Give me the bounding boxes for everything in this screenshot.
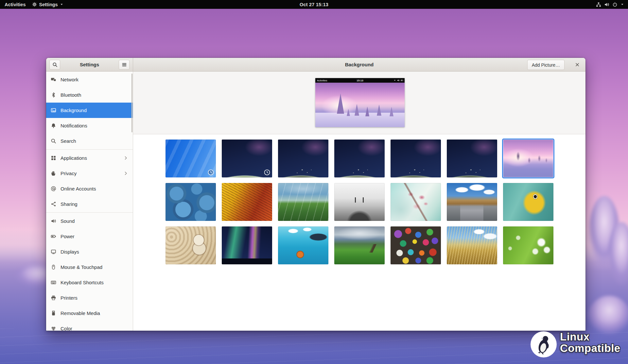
battery-icon — [51, 234, 56, 239]
sidebar-item-printers[interactable]: Printers — [46, 290, 133, 306]
sidebar-item-label: Online Accounts — [61, 186, 96, 191]
sidebar-item-label: Keyboard Shortcuts — [61, 280, 104, 285]
wallpaper-grid — [166, 140, 553, 264]
wallpaper-thumbnail-dandelions[interactable] — [503, 226, 553, 264]
activities-button[interactable]: Activities — [1, 0, 29, 9]
wallpaper-thumbnail-harbor-buoy[interactable] — [278, 226, 328, 264]
sidebar: NetworkBluetoothBackgroundNotificationsS… — [46, 72, 133, 331]
sidebar-item-label: Color — [61, 326, 72, 331]
color-icon — [51, 326, 56, 331]
sidebar-item-search[interactable]: Search — [46, 133, 133, 149]
sidebar-item-power[interactable]: Power — [46, 229, 133, 244]
at-icon — [51, 186, 56, 191]
mouse-icon — [51, 264, 56, 270]
sidebar-item-applications[interactable]: Applications — [46, 150, 133, 166]
sidebar-item-label: Applications — [61, 155, 87, 161]
sidebar-item-keyboard-shortcuts[interactable]: Keyboard Shortcuts — [46, 275, 133, 290]
sidebar-item-label: Background — [61, 108, 87, 113]
wallpaper-snowy-tree — [587, 196, 621, 304]
wallpaper-thumbnail-cherry-blossom[interactable] — [391, 183, 441, 221]
sidebar-headerbar: Settings — [46, 58, 133, 71]
wallpaper-thumbnail-aurora[interactable] — [222, 226, 272, 264]
preview-status-icons — [393, 78, 403, 83]
printer-icon — [51, 295, 56, 301]
search-icon — [51, 138, 56, 144]
search-button[interactable] — [49, 60, 60, 70]
wallpaper-thumbnail-woven-fabric[interactable] — [222, 183, 272, 221]
speaker-icon — [51, 218, 56, 224]
volume-icon — [397, 79, 400, 82]
wallpaper-thumbnail-wheat-field[interactable] — [447, 226, 497, 264]
sidebar-item-label: Notifications — [61, 123, 87, 128]
wallpaper-thumbnail-earth-night-2[interactable] — [391, 140, 441, 177]
share-icon — [51, 201, 56, 207]
wallpaper-thumbnail-mountain-road[interactable] — [447, 183, 497, 221]
sidebar-item-bluetooth[interactable]: Bluetooth — [46, 87, 133, 103]
sidebar-item-sharing[interactable]: Sharing — [46, 196, 133, 212]
wallpaper-thumbnail-yellow-frog[interactable] — [503, 183, 553, 221]
top-bar: Activities Settings Oct 27 15:13 — [0, 0, 628, 9]
sidebar-item-removable-media[interactable]: Removable Media — [46, 306, 133, 321]
sidebar-scrollbar[interactable] — [131, 74, 132, 132]
clock-button[interactable]: Oct 27 15:13 — [300, 2, 328, 7]
gear-icon — [32, 2, 37, 7]
sidebar-item-mouse-touchpad[interactable]: Mouse & Touchpad — [46, 259, 133, 275]
wallpaper-thumbnail-earth-daylight[interactable] — [222, 140, 272, 177]
primary-menu-button[interactable] — [119, 60, 130, 70]
sidebar-item-label: Power — [61, 234, 75, 239]
sidebar-item-displays[interactable]: Displays — [46, 244, 133, 259]
add-picture-button[interactable]: Add Picture… — [527, 60, 565, 70]
sidebar-item-online-accounts[interactable]: Online Accounts — [46, 181, 133, 196]
wallpaper-thumbnail-earth-night-3[interactable] — [447, 140, 497, 177]
search-icon — [52, 62, 58, 67]
watermark-line1: Linux — [560, 331, 620, 343]
sidebar-item-background[interactable]: Background — [46, 103, 133, 118]
sidebar-item-label: Search — [61, 138, 76, 144]
sidebar-item-notifications[interactable]: Notifications — [46, 118, 133, 133]
wallpaper-thumbnail-earth-twilight[interactable] — [334, 140, 385, 177]
sidebar-list: NetworkBluetoothBackgroundNotificationsS… — [46, 72, 133, 331]
app-menu-label: Settings — [39, 2, 58, 7]
bell-icon — [51, 123, 56, 128]
system-status-area[interactable] — [594, 0, 626, 9]
battery-icon — [401, 79, 403, 82]
window-title: Settings — [80, 62, 99, 67]
slideshow-clock-badge-icon — [208, 169, 214, 175]
preview-tree — [355, 104, 359, 116]
wallpaper-snowy-tree — [607, 222, 628, 320]
preview-wallpaper — [315, 83, 405, 127]
preview-tree — [365, 107, 369, 116]
sidebar-item-color[interactable]: Color — [46, 321, 133, 331]
wallpaper-thumbnail-blue-ornaments[interactable] — [166, 183, 216, 221]
sidebar-item-label: Removable Media — [61, 310, 100, 316]
current-background-section: Activities 15:13 — [133, 72, 585, 134]
preview-top-bar: Activities 15:13 — [315, 78, 405, 83]
slideshow-clock-badge-icon — [264, 169, 270, 175]
sidebar-item-sound[interactable]: Sound — [46, 213, 133, 229]
sidebar-item-network[interactable]: Network — [46, 72, 133, 87]
wallpaper-thumbnail-foggy-pier[interactable] — [334, 183, 385, 221]
penguin-logo-icon — [530, 331, 557, 358]
wallpaper-thumbnail-earth-night-1[interactable] — [278, 140, 328, 177]
activities-label: Activities — [5, 2, 26, 7]
image-icon — [51, 108, 56, 113]
sidebar-item-privacy[interactable]: Privacy — [46, 166, 133, 181]
wallpaper-thumbnail-winter-sunset[interactable] — [503, 140, 553, 177]
wallpaper-thumbnail-zen-stones[interactable] — [166, 226, 216, 264]
keyboard-icon — [51, 280, 56, 285]
bluetooth-icon — [51, 92, 56, 98]
app-menu-button[interactable]: Settings — [29, 0, 66, 9]
sidebar-separator — [46, 149, 133, 150]
desktop-preview: Activities 15:13 — [315, 78, 405, 127]
wallpaper-thumbnail-green-marsh[interactable] — [278, 183, 328, 221]
chevron-down-icon — [60, 3, 63, 6]
close-window-button[interactable] — [573, 60, 581, 69]
sidebar-item-label: Printers — [61, 295, 78, 301]
main-headerbar: Background Add Picture… — [133, 58, 585, 71]
wallpaper-thumbnail-alpine-meadow[interactable] — [334, 226, 385, 264]
wallpaper-thumbnail-colored-pencils[interactable] — [391, 226, 441, 264]
sidebar-separator — [46, 212, 133, 213]
background-panel: Activities 15:13 — [133, 72, 585, 331]
wallpaper-thumbnail-adwaita-blue[interactable] — [166, 140, 216, 177]
clock-label: Oct 27 15:13 — [300, 2, 328, 7]
